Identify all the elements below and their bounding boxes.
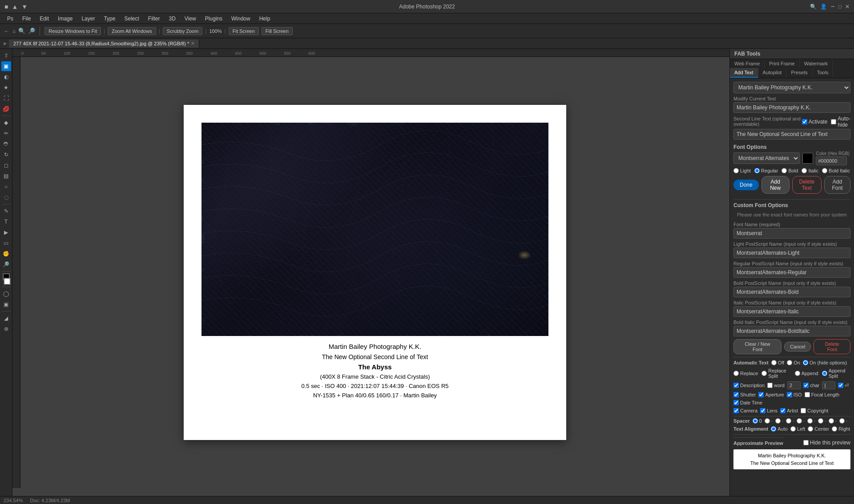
mask-tool[interactable]: ◯ <box>1 289 11 299</box>
zoom-tool-left[interactable]: 🔎 <box>1 260 11 269</box>
menu-help[interactable]: Help <box>256 15 274 23</box>
menu-view[interactable]: View <box>181 15 200 23</box>
maximize-btn[interactable]: □ <box>838 4 842 10</box>
background-color[interactable] <box>4 278 11 285</box>
style-light[interactable]: Light <box>733 168 751 173</box>
search-icon[interactable]: 🔍 <box>810 4 817 10</box>
delete-text-btn[interactable]: Delete Text <box>792 176 822 194</box>
replace-label[interactable]: Replace <box>733 371 758 376</box>
auto-hide-checkbox[interactable] <box>831 119 836 124</box>
spacer-r2[interactable]: · <box>775 418 783 424</box>
style-regular-radio[interactable] <box>754 168 760 173</box>
align-center-label[interactable]: Center <box>808 426 829 432</box>
auto-off-radio[interactable] <box>771 360 777 365</box>
tab-watermark[interactable]: Watermark <box>800 59 833 68</box>
auto-on-radio[interactable] <box>787 360 792 365</box>
spacer-r7[interactable]: · <box>829 418 837 424</box>
frame-tool[interactable]: ▣ <box>1 300 11 309</box>
color-swatch[interactable] <box>802 153 813 164</box>
dodge-tool[interactable]: ◌ <box>1 192 11 202</box>
add-font-btn[interactable]: Add Font <box>824 176 850 194</box>
selection-tool[interactable]: ▣ <box>1 61 11 71</box>
resize-windows-btn[interactable]: Resize Windows to Fit <box>44 27 101 35</box>
title-bar-controls[interactable]: 🔍 👤 − □ ✕ <box>810 3 850 11</box>
hide-preview-checkbox[interactable] <box>803 440 809 445</box>
menu-window[interactable]: Window <box>228 15 254 23</box>
regular-ps-input[interactable] <box>733 267 850 278</box>
focal-length-checkbox[interactable] <box>805 392 810 397</box>
italic-ps-input[interactable] <box>733 306 850 317</box>
second-line-input[interactable] <box>733 129 850 140</box>
camera-checkbox[interactable] <box>733 408 739 413</box>
aperture-checkbox[interactable] <box>758 392 764 397</box>
tab-tools[interactable]: Tools <box>813 68 834 78</box>
iso-checkbox[interactable] <box>787 392 792 397</box>
menu-edit[interactable]: Edit <box>36 15 52 23</box>
iso-label[interactable]: ISO <box>787 392 802 397</box>
color-hex-input[interactable] <box>816 156 847 165</box>
brush-tool[interactable]: ✏ <box>1 128 11 138</box>
spacer-0-radio[interactable] <box>753 418 758 424</box>
style-light-radio[interactable] <box>733 168 739 173</box>
auto-on-hide-radio[interactable] <box>803 360 808 365</box>
eraser-tool[interactable]: ◻ <box>1 160 11 170</box>
description-checkbox[interactable] <box>733 383 739 388</box>
camera-label[interactable]: Camera <box>733 408 757 413</box>
align-left-label[interactable]: Left <box>790 426 805 432</box>
spacer-r8[interactable]: · <box>839 418 847 424</box>
scrubby-zoom-btn[interactable]: Scrubby Zoom <box>163 27 203 35</box>
type-tool[interactable]: T <box>1 217 11 227</box>
align-right-radio[interactable] <box>832 426 837 432</box>
focal-length-label[interactable]: Focal Length <box>805 392 840 397</box>
move-tool[interactable]: ⇧ <box>1 51 11 60</box>
pen-tool[interactable]: ✎ <box>1 206 11 216</box>
append-split-radio[interactable] <box>822 371 827 376</box>
add-new-btn[interactable]: Add New <box>761 176 790 194</box>
zoom-all-btn[interactable]: Zoom All Windows <box>108 27 156 35</box>
extra-tool-2[interactable]: ⊛ <box>1 324 11 334</box>
menu-file[interactable]: File <box>19 15 34 23</box>
auto-on-hide-label[interactable]: On (hide options) <box>803 360 847 365</box>
preset-select[interactable]: Martin Bailey Photography K.K. <box>733 82 850 93</box>
font-select[interactable]: Montserrat Alternates <box>733 152 800 164</box>
lens-checkbox[interactable] <box>760 408 765 413</box>
append-label[interactable]: Append <box>795 371 818 376</box>
home-icon[interactable]: ⌂ <box>12 28 16 34</box>
align-auto-label[interactable]: Auto <box>771 426 788 432</box>
fill-screen-btn[interactable]: Fill Screen <box>262 27 293 35</box>
minimize-btn[interactable]: − <box>830 3 834 11</box>
done-btn[interactable]: Done <box>733 180 759 190</box>
hand-tool[interactable]: ✊ <box>1 249 11 259</box>
delete-font-btn[interactable]: Delete Font <box>814 339 850 354</box>
path-select-tool[interactable]: ▶ <box>1 228 11 237</box>
date-time-label[interactable]: Date Time <box>733 400 762 405</box>
tab-presets[interactable]: Presets <box>786 68 812 78</box>
lasso-tool[interactable]: ◐ <box>1 72 11 82</box>
char-label[interactable]: char <box>803 383 819 388</box>
activate-checkbox[interactable] <box>802 119 807 124</box>
font-name-input[interactable] <box>733 228 850 239</box>
extra-tool-1[interactable]: ◢ <box>1 313 11 323</box>
style-bold-italic[interactable]: Bold Italic <box>822 168 850 173</box>
spacer-r3[interactable]: · <box>786 418 794 424</box>
replace-radio[interactable] <box>733 371 739 376</box>
style-italic-radio[interactable] <box>802 168 807 173</box>
clear-new-font-btn[interactable]: Clear / New Font <box>733 339 781 354</box>
modify-current-input[interactable] <box>733 102 850 113</box>
auto-off-label[interactable]: Off <box>771 360 784 365</box>
char-value-input[interactable] <box>822 381 835 389</box>
shutter-checkbox[interactable] <box>733 392 739 397</box>
zoom-icon[interactable]: 🔎 <box>28 28 35 34</box>
tab-autopilot[interactable]: Autopilot <box>758 68 787 78</box>
active-tab[interactable]: 277 40X 8f 2021-12-07 15-46-33 (8,Radius… <box>9 40 199 48</box>
menu-filter[interactable]: Filter <box>145 15 164 23</box>
close-btn[interactable]: ✕ <box>845 4 850 10</box>
bold-italic-ps-input[interactable] <box>733 326 850 336</box>
newline-label[interactable]: ⏎ <box>838 383 849 388</box>
eyedropper-tool[interactable]: 💋 <box>1 104 11 114</box>
menu-ps[interactable]: Ps <box>4 15 17 23</box>
menu-type[interactable]: Type <box>100 15 119 23</box>
style-bold-radio[interactable] <box>781 168 787 173</box>
style-regular[interactable]: Regular <box>754 168 778 173</box>
spacer-0-radio-label[interactable]: 0 <box>753 418 762 424</box>
